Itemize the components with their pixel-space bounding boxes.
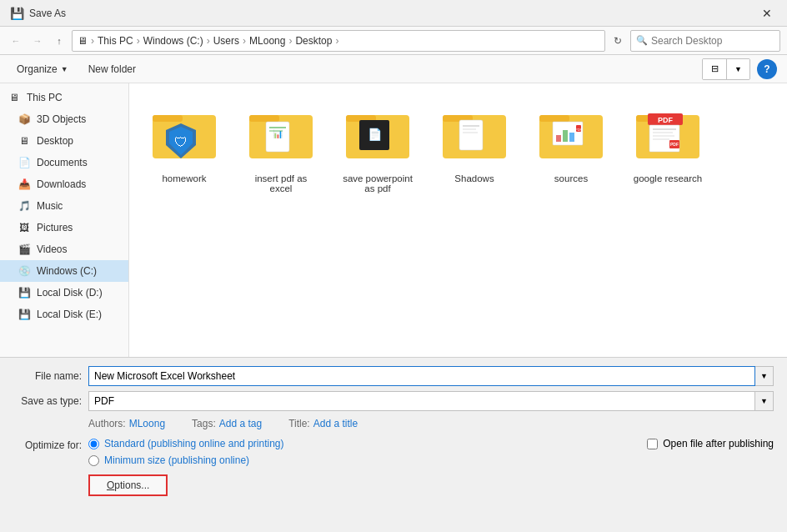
save-type-input-wrap: ▼	[88, 391, 774, 411]
save-type-input[interactable]	[88, 391, 755, 411]
svg-rect-6	[249, 115, 279, 122]
windows-c-icon: 💿	[17, 263, 32, 279]
title-bar: 💾 Save As ✕	[0, 0, 787, 27]
sidebar-item-label-music: Music	[37, 200, 63, 212]
breadcrumb-pc-icon: 🖥	[78, 35, 88, 47]
folder-icon-shadows	[441, 102, 508, 168]
sidebar-item-videos[interactable]: 🎬 Videos	[0, 238, 128, 260]
view-options: ⊟ ▼	[702, 58, 750, 80]
sidebar-item-label-3d-objects: 3D Objects	[37, 113, 86, 125]
sidebar-item-music[interactable]: 🎵 Music	[0, 195, 128, 217]
search-icon: 🔍	[636, 35, 648, 46]
file-item-insert-pdf[interactable]: 📊 insert pdf as excel	[239, 97, 323, 198]
standard-label[interactable]: Standard (publishing online and printing…	[104, 438, 283, 449]
svg-rect-17	[459, 120, 483, 150]
optimize-label: Optimize for:	[13, 438, 88, 451]
minsize-radio-row[interactable]: Minimum size (publishing online)	[88, 454, 283, 466]
desktop-icon: 🖥	[17, 133, 32, 148]
file-item-sources[interactable]: PDF sources	[529, 97, 613, 198]
sidebar-item-windows-c[interactable]: 💿 Windows (C:)	[0, 260, 128, 282]
sidebar-item-label-local-e: Local Disk (E:)	[37, 309, 102, 320]
refresh-button[interactable]: ↻	[609, 32, 627, 50]
sidebar-item-pictures[interactable]: 🖼 Pictures	[0, 217, 128, 238]
file-name-input[interactable]	[88, 366, 755, 386]
file-label-google-research: google research	[634, 173, 702, 183]
options-button[interactable]: Options...	[88, 474, 168, 496]
pictures-icon: 🖼	[17, 220, 32, 235]
svg-rect-25	[563, 130, 568, 142]
title-value[interactable]: Add a title	[313, 418, 358, 429]
standard-radio-row[interactable]: Standard (publishing online and printing…	[88, 438, 283, 449]
sidebar-item-documents[interactable]: 📄 Documents	[0, 152, 128, 173]
forward-button[interactable]: →	[28, 32, 47, 50]
sidebar-item-3d-objects[interactable]: 📦 3D Objects	[0, 108, 128, 130]
sidebar-item-label-downloads: Downloads	[37, 178, 86, 190]
file-item-shadows[interactable]: Shadows	[433, 97, 516, 198]
new-folder-label: New folder	[88, 63, 136, 75]
file-label-sources: sources	[554, 173, 588, 183]
up-button[interactable]: ↑	[50, 32, 68, 50]
minsize-label[interactable]: Minimum size (publishing online)	[104, 454, 249, 466]
sidebar-item-local-e[interactable]: 💾 Local Disk (E:)	[0, 304, 128, 325]
title-bar-left: 💾 Save As	[10, 7, 66, 20]
file-label-save-ppt: save powerpoint as pdf	[341, 173, 414, 193]
authors-label: Authors:	[88, 418, 126, 429]
breadcrumb-path[interactable]: 🖥 › This PC › Windows (C:) › Users › MLo…	[72, 30, 605, 52]
tags-value[interactable]: Add a tag	[219, 418, 262, 429]
svg-rect-36	[653, 135, 674, 137]
svg-text:PDF: PDF	[575, 128, 583, 132]
sidebar-item-label-pictures: Pictures	[37, 222, 73, 233]
search-box[interactable]: 🔍	[630, 30, 780, 52]
3d-objects-icon: 📦	[17, 112, 32, 127]
new-folder-button[interactable]: New folder	[82, 61, 143, 78]
sidebar-item-label-windows-c: Windows (C:)	[37, 265, 97, 277]
tags-item: Tags: Add a tag	[192, 418, 262, 429]
sidebar-item-label-local-d: Local Disk (D:)	[37, 287, 103, 299]
dialog-title: Save As	[29, 8, 66, 19]
svg-text:PDF: PDF	[670, 142, 679, 147]
svg-text:PDF: PDF	[658, 116, 674, 124]
view-icon[interactable]: ⊟	[703, 59, 726, 79]
svg-rect-22	[539, 115, 569, 122]
breadcrumb-separator: ›	[243, 35, 246, 47]
sidebar-item-local-d[interactable]: 💾 Local Disk (D:)	[0, 282, 128, 304]
organize-arrow: ▼	[61, 65, 68, 73]
breadcrumb-separator: ›	[335, 35, 338, 47]
minsize-radio[interactable]	[88, 455, 99, 466]
standard-radio[interactable]	[88, 439, 99, 449]
optimize-options: Standard (publishing online and printing…	[88, 438, 283, 466]
svg-text:📄: 📄	[368, 128, 383, 142]
file-name-dropdown[interactable]: ▼	[755, 366, 774, 386]
music-icon: 🎵	[17, 198, 32, 213]
meta-row: Authors: MLoong Tags: Add a tag Title: A…	[88, 418, 774, 429]
optimize-row: Optimize for: Standard (publishing onlin…	[13, 438, 630, 466]
help-button[interactable]: ?	[757, 59, 777, 79]
options-label: Options...	[107, 479, 149, 491]
sidebar-item-this-pc[interactable]: 🖥 This PC	[0, 87, 128, 108]
svg-rect-9	[269, 127, 286, 128]
main-area: 🖥 This PC 📦 3D Objects 🖥 Desktop 📄 Docum…	[0, 83, 787, 357]
open-file-label: Open file after publishing	[663, 438, 774, 449]
authors-value[interactable]: MLoong	[129, 418, 165, 429]
breadcrumb-separator: ›	[207, 35, 210, 47]
sidebar-item-desktop[interactable]: 🖥 Desktop	[0, 130, 128, 152]
close-button[interactable]: ✕	[757, 3, 777, 23]
organize-button[interactable]: Organize ▼	[10, 61, 75, 78]
toolbar: Organize ▼ New folder ⊟ ▼ ?	[0, 55, 787, 83]
title-label: Title:	[288, 418, 310, 429]
local-d-icon: 💾	[17, 285, 32, 300]
bottom-panel: File name: ▼ Save as type: ▼ Authors: ML…	[0, 357, 787, 532]
file-item-homework[interactable]: 🛡 homework	[143, 97, 226, 198]
back-button[interactable]: ←	[7, 32, 25, 50]
file-item-save-ppt[interactable]: 📄 save powerpoint as pdf	[336, 97, 419, 198]
file-item-google-research[interactable]: PDF PDF google research	[626, 97, 709, 198]
view-dropdown[interactable]: ▼	[726, 59, 749, 79]
svg-rect-37	[653, 138, 669, 140]
folder-icon-insert-pdf: 📊	[248, 102, 314, 168]
search-input[interactable]	[651, 35, 774, 47]
open-file-checkbox[interactable]	[647, 439, 658, 449]
breadcrumb-separator: ›	[137, 35, 140, 47]
open-file-row[interactable]: Open file after publishing	[647, 438, 774, 449]
sidebar-item-downloads[interactable]: 📥 Downloads	[0, 173, 128, 195]
save-type-dropdown[interactable]: ▼	[755, 391, 774, 411]
